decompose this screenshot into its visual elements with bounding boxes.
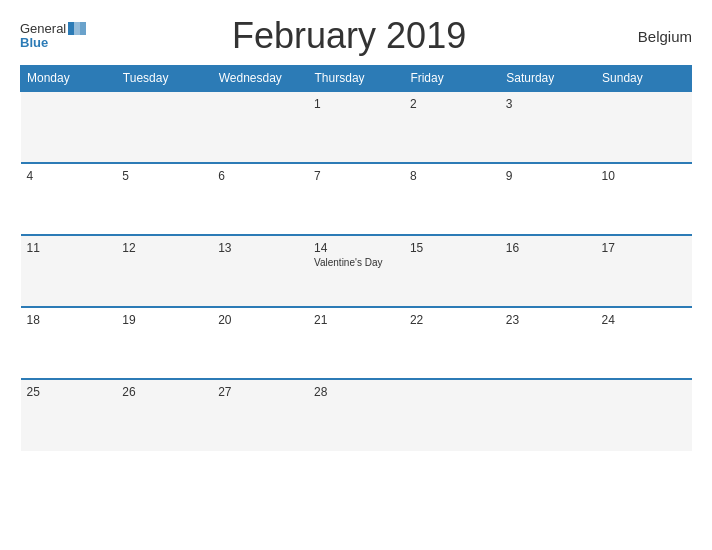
- calendar-cell: 12: [116, 235, 212, 307]
- week-row-1: 123: [21, 91, 692, 163]
- calendar-cell: [404, 379, 500, 451]
- calendar-cell: 15: [404, 235, 500, 307]
- logo-flag-icon: [68, 22, 86, 35]
- day-number: 14: [314, 241, 398, 255]
- day-number: 22: [410, 313, 494, 327]
- calendar-cell: 10: [596, 163, 692, 235]
- calendar-cell: 13: [212, 235, 308, 307]
- header: General Blue February 2019 Belgium: [20, 15, 692, 57]
- day-number: 12: [122, 241, 206, 255]
- day-number: 9: [506, 169, 590, 183]
- week-row-2: 45678910: [21, 163, 692, 235]
- day-number: 7: [314, 169, 398, 183]
- day-event: Valentine's Day: [314, 257, 398, 268]
- calendar-cell: 16: [500, 235, 596, 307]
- col-thursday: Thursday: [308, 66, 404, 92]
- day-number: 1: [314, 97, 398, 111]
- week-row-5: 25262728: [21, 379, 692, 451]
- day-number: 4: [27, 169, 111, 183]
- calendar-body: 1234567891011121314Valentine's Day151617…: [21, 91, 692, 451]
- calendar-cell: [596, 91, 692, 163]
- day-number: 25: [27, 385, 111, 399]
- calendar-cell: 18: [21, 307, 117, 379]
- page: General Blue February 2019 Belgium Monda…: [0, 0, 712, 550]
- day-number: 3: [506, 97, 590, 111]
- calendar-cell: 28: [308, 379, 404, 451]
- col-saturday: Saturday: [500, 66, 596, 92]
- calendar-cell: 4: [21, 163, 117, 235]
- calendar-cell: 22: [404, 307, 500, 379]
- svg-rect-1: [74, 22, 80, 35]
- day-number: 19: [122, 313, 206, 327]
- day-number: 24: [602, 313, 686, 327]
- col-tuesday: Tuesday: [116, 66, 212, 92]
- day-number: 23: [506, 313, 590, 327]
- day-number: 28: [314, 385, 398, 399]
- day-number: 10: [602, 169, 686, 183]
- day-number: 2: [410, 97, 494, 111]
- day-number: 17: [602, 241, 686, 255]
- calendar-cell: [596, 379, 692, 451]
- calendar-cell: 8: [404, 163, 500, 235]
- calendar-cell: 2: [404, 91, 500, 163]
- col-wednesday: Wednesday: [212, 66, 308, 92]
- day-number: 26: [122, 385, 206, 399]
- days-of-week-row: Monday Tuesday Wednesday Thursday Friday…: [21, 66, 692, 92]
- day-number: 15: [410, 241, 494, 255]
- calendar-cell: 17: [596, 235, 692, 307]
- week-row-3: 11121314Valentine's Day151617: [21, 235, 692, 307]
- logo-general-text: General: [20, 22, 66, 36]
- calendar-cell: 26: [116, 379, 212, 451]
- calendar-table: Monday Tuesday Wednesday Thursday Friday…: [20, 65, 692, 451]
- logo-blue-text: Blue: [20, 36, 48, 50]
- calendar-cell: 5: [116, 163, 212, 235]
- col-sunday: Sunday: [596, 66, 692, 92]
- day-number: 13: [218, 241, 302, 255]
- day-number: 16: [506, 241, 590, 255]
- calendar-cell: 25: [21, 379, 117, 451]
- col-friday: Friday: [404, 66, 500, 92]
- day-number: 27: [218, 385, 302, 399]
- day-number: 5: [122, 169, 206, 183]
- calendar-cell: 27: [212, 379, 308, 451]
- calendar-cell: 24: [596, 307, 692, 379]
- calendar-cell: [21, 91, 117, 163]
- calendar-cell: 1: [308, 91, 404, 163]
- country-label: Belgium: [612, 28, 692, 45]
- calendar-header: Monday Tuesday Wednesday Thursday Friday…: [21, 66, 692, 92]
- calendar-cell: [500, 379, 596, 451]
- calendar-cell: 19: [116, 307, 212, 379]
- day-number: 20: [218, 313, 302, 327]
- calendar-cell: 21: [308, 307, 404, 379]
- day-number: 18: [27, 313, 111, 327]
- week-row-4: 18192021222324: [21, 307, 692, 379]
- calendar-cell: 7: [308, 163, 404, 235]
- day-number: 21: [314, 313, 398, 327]
- calendar-cell: 6: [212, 163, 308, 235]
- day-number: 8: [410, 169, 494, 183]
- calendar-cell: [212, 91, 308, 163]
- logo: General Blue: [20, 22, 86, 51]
- calendar-cell: [116, 91, 212, 163]
- calendar-cell: 3: [500, 91, 596, 163]
- calendar-title: February 2019: [86, 15, 612, 57]
- calendar-cell: 9: [500, 163, 596, 235]
- calendar-cell: 23: [500, 307, 596, 379]
- svg-rect-0: [68, 22, 74, 35]
- col-monday: Monday: [21, 66, 117, 92]
- calendar-cell: 20: [212, 307, 308, 379]
- day-number: 6: [218, 169, 302, 183]
- calendar-cell: 11: [21, 235, 117, 307]
- day-number: 11: [27, 241, 111, 255]
- calendar-cell: 14Valentine's Day: [308, 235, 404, 307]
